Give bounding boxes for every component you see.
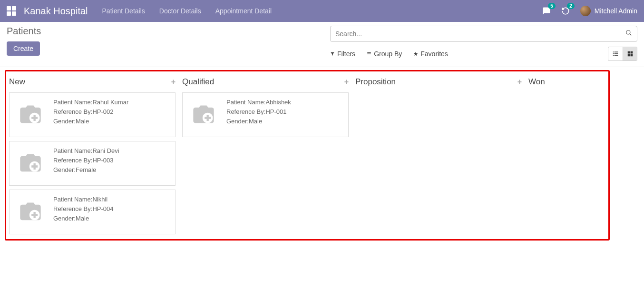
refresh-icon[interactable]: 2: [561, 7, 570, 15]
chat-icon[interactable]: 5: [542, 7, 551, 15]
camera-placeholder-icon: [13, 146, 48, 181]
patient-card[interactable]: Patient Name:Rani Devi Reference By:HP-0…: [9, 141, 176, 186]
view-kanban-button[interactable]: [623, 47, 637, 60]
patient-name-label: Patient Name:: [53, 196, 92, 203]
column-add-icon[interactable]: +: [344, 78, 349, 86]
reference-value: HP-002: [92, 108, 113, 115]
groupby-dropdown[interactable]: Group By: [367, 50, 402, 58]
nav-appointment-detail[interactable]: Appointment Detail: [215, 7, 272, 15]
gender-label: Gender:: [53, 166, 76, 173]
patient-name-label: Patient Name:: [226, 99, 265, 106]
refresh-badge: 2: [567, 3, 575, 9]
filters-dropdown[interactable]: Filters: [330, 50, 355, 58]
kanban-column-new[interactable]: New + Patient Name:Rahul Kumar Reference…: [9, 75, 176, 234]
svg-line-1: [630, 34, 632, 36]
patient-name-label: Patient Name:: [53, 99, 92, 106]
create-button[interactable]: Create: [7, 41, 40, 56]
patient-name-value: Nikhil: [92, 196, 107, 203]
gender-value: Male: [249, 118, 262, 125]
svg-point-0: [626, 30, 630, 34]
camera-placeholder-icon: [13, 195, 48, 229]
svg-rect-6: [613, 55, 614, 56]
patient-card[interactable]: Patient Name:Nikhil Reference By:HP-004 …: [9, 190, 176, 234]
kanban-board: New + Patient Name:Rahul Kumar Reference…: [0, 67, 644, 243]
brand-title[interactable]: Kanak Hospital: [24, 6, 88, 17]
search-input[interactable]: [335, 30, 625, 38]
patient-name-value: Rani Devi: [92, 147, 119, 154]
gender-label: Gender:: [53, 215, 76, 222]
filters-label: Filters: [337, 50, 355, 58]
reference-label: Reference By:: [53, 205, 92, 212]
nav-patient-details[interactable]: Patient Details: [102, 7, 145, 15]
svg-rect-8: [627, 51, 630, 54]
svg-rect-2: [613, 51, 614, 52]
column-title: Qualified: [182, 77, 214, 87]
favorites-label: Favorites: [420, 50, 448, 58]
page-title: Patients: [7, 26, 321, 37]
patient-name-value: Abhishek: [265, 99, 291, 106]
view-switcher: [608, 47, 637, 61]
column-add-icon[interactable]: +: [517, 78, 522, 86]
chat-badge: 5: [548, 3, 556, 9]
camera-placeholder-icon: [186, 98, 221, 132]
reference-label: Reference By:: [53, 108, 92, 115]
search-wrap[interactable]: [330, 26, 637, 42]
user-menu[interactable]: Mitchell Admin: [580, 6, 637, 16]
column-title: New: [9, 77, 25, 87]
patient-name-value: Rahul Kumar: [92, 99, 128, 106]
camera-placeholder-icon: [13, 98, 48, 132]
search-icon[interactable]: [625, 30, 632, 38]
svg-rect-3: [615, 51, 618, 52]
svg-rect-10: [627, 54, 630, 57]
svg-rect-5: [615, 53, 618, 54]
gender-value: Male: [76, 118, 89, 125]
kanban-column-qualified[interactable]: Qualified + Patient Name:Abhishek Refere…: [182, 75, 349, 234]
patient-name-label: Patient Name:: [53, 147, 92, 154]
topbar: Kanak Hospital Patient Details Doctor De…: [0, 0, 644, 22]
patient-card[interactable]: Patient Name:Rahul Kumar Reference By:HP…: [9, 92, 176, 137]
reference-value: HP-004: [92, 205, 113, 212]
gender-value: Female: [76, 166, 96, 173]
username-label: Mitchell Admin: [595, 7, 637, 15]
svg-rect-7: [615, 55, 618, 56]
favorites-dropdown[interactable]: Favorites: [413, 50, 448, 58]
column-add-icon[interactable]: +: [171, 78, 176, 86]
kanban-column-won[interactable]: Won: [528, 75, 605, 234]
gender-label: Gender:: [53, 118, 76, 125]
control-panel: Patients Create Filters Group By: [0, 22, 644, 67]
avatar: [580, 6, 591, 16]
reference-label: Reference By:: [53, 157, 92, 164]
kanban-column-proposition[interactable]: Proposition +: [355, 75, 522, 234]
gender-value: Male: [76, 215, 89, 222]
column-title: Won: [528, 77, 545, 87]
groupby-label: Group By: [374, 50, 402, 58]
nav-doctor-details[interactable]: Doctor Details: [159, 7, 201, 15]
reference-value: HP-001: [265, 108, 286, 115]
reference-label: Reference By:: [226, 108, 265, 115]
svg-rect-9: [630, 51, 633, 54]
apps-icon[interactable]: [7, 6, 16, 16]
svg-rect-4: [613, 53, 614, 54]
view-list-button[interactable]: [608, 47, 623, 60]
patient-card[interactable]: Patient Name:Abhishek Reference By:HP-00…: [182, 92, 349, 137]
svg-rect-11: [630, 54, 633, 57]
highlight-box: New + Patient Name:Rahul Kumar Reference…: [5, 70, 610, 241]
gender-label: Gender:: [226, 118, 249, 125]
column-title: Proposition: [355, 77, 396, 87]
reference-value: HP-003: [92, 157, 113, 164]
